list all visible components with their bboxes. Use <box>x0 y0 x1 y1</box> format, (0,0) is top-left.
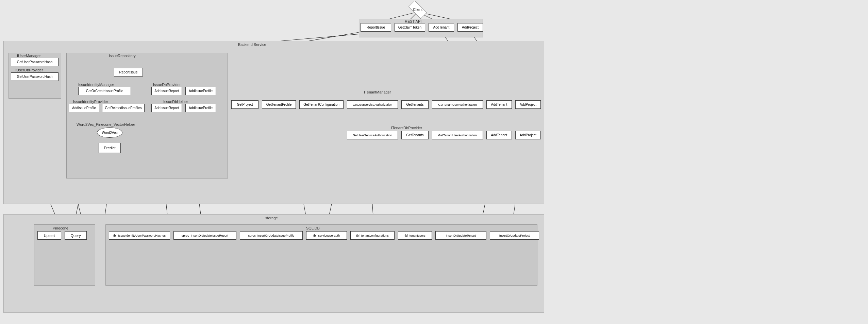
add-issue-report-helper: AddIssueReport <box>151 104 182 112</box>
tbl-tenantconfigurations: tbl_tenantconfigurations <box>350 231 395 240</box>
issue-identity-provider-label: IssueIdentityProvider <box>73 100 108 104</box>
get-claim-token: GetClaimToken <box>395 23 425 32</box>
pinecone-label: Pinecone <box>53 226 68 230</box>
sql-db-label: SQL DB <box>306 226 320 230</box>
insert-update-tenant: InsertOrUpdateTenant <box>435 231 486 240</box>
get-tenants-mgr: GetTenants <box>401 100 429 109</box>
tbl-serviceuserauth: tbl_serviceuserauth <box>306 231 347 240</box>
diagram-container: REST API Client ReportIssue GetClaimToke… <box>0 0 868 324</box>
add-project-rest: AddProject <box>457 23 483 32</box>
get-tenant-user-auth-mgr: GetTenantUserAuthorization <box>432 100 483 109</box>
tenant-db-provider-label: ITenantDbProvider <box>391 126 422 130</box>
issue-db-helper-label: IssueDbHelper <box>163 100 188 104</box>
tbl-issue-identity: tbl_IssueIdentityUserPasswordHashes <box>109 231 170 240</box>
tbl-tenantusers: tbl_tenantusers <box>398 231 432 240</box>
issue-repository-section <box>66 53 228 178</box>
add-issue-profile-helper: AddIssueProfile <box>185 104 216 112</box>
get-or-create-issue-profile: GetOrCreateIssueProfile <box>78 87 131 95</box>
client-node: Client <box>404 3 431 16</box>
issue-db-provider-label: IssueDbProvider <box>153 83 181 87</box>
get-tenant-configuration: GetTenantConfiguration <box>299 100 344 109</box>
iuser-db-provider-label: IUserDbProvider <box>15 68 43 72</box>
tenant-manager-label: ITenantManager <box>364 90 391 94</box>
get-user-password-hash-iuser: GetUserPasswordHash <box>11 58 59 66</box>
get-user-password-hash-db: GetUserPasswordHash <box>11 72 59 81</box>
add-issue-profile-idprov: AddIssueProfile <box>69 104 99 112</box>
add-tenant-mgr: AddTenant <box>486 100 512 109</box>
storage-label: storage <box>265 216 278 220</box>
sproc-insert-issue-profile: sproc_InsertOrUpdateIssueProfile <box>240 231 303 240</box>
get-tenants-db: GetTenants <box>401 131 429 139</box>
sproc-insert-issue-report: sproc_InsertOrUpdateIssueReport <box>173 231 236 240</box>
get-related-issue-profiles: GetRelatedIssueProfiles <box>102 104 145 112</box>
report-issue-rest: ReportIssue <box>361 23 391 32</box>
word2vec-label: Word2Vec_Pinecone_VectorHelper <box>77 122 135 126</box>
add-issue-report-dbprov: AddIssueReport <box>151 87 182 95</box>
issue-identity-manager-label: IssueIdentityManager <box>78 83 114 87</box>
backend-service-label: Backend Service <box>238 42 266 47</box>
report-issue-main: ReportIssue <box>114 68 143 76</box>
insert-update-project: InsertOrUpdateProject <box>490 231 539 240</box>
add-tenant-db: AddTenant <box>486 131 512 139</box>
word2vec-node: Word2Vec <box>97 127 122 138</box>
get-user-service-auth-mgr: GetUserServiceAuthorization <box>347 100 398 109</box>
get-user-service-auth-db: GetUserServiceAuthorization <box>347 131 398 139</box>
get-tenant-user-auth-db: GetTenantUserAuthorization <box>432 131 483 139</box>
issue-repository-label: IssueRepository <box>109 54 136 58</box>
add-project-mgr: AddProject <box>515 100 541 109</box>
iuser-manager-label: IUserManager <box>17 54 41 58</box>
query: Query <box>65 231 87 240</box>
add-issue-profile-dbprov: AddIssueProfile <box>185 87 216 95</box>
get-tenant-profile: GetTenantProfile <box>262 100 296 109</box>
upsert: Upsert <box>37 231 61 240</box>
add-tenant-rest: AddTenant <box>429 23 454 32</box>
predict-node: Predict <box>99 143 121 153</box>
get-project: GetProject <box>231 100 258 109</box>
add-project-db: AddProject <box>515 131 541 139</box>
